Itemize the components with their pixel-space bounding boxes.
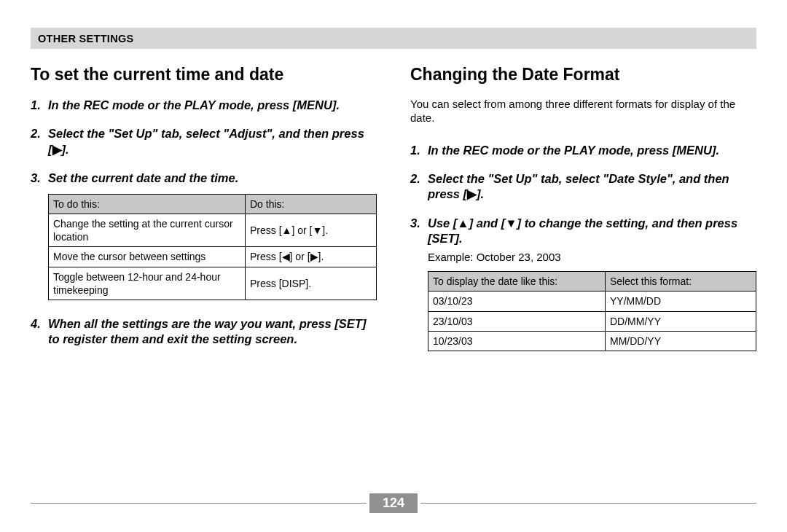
cell: 03/10/23 [428,292,606,311]
section-header-bar: OTHER SETTINGS [31,28,756,49]
manual-page: OTHER SETTINGS To set the current time a… [0,0,787,532]
text: Press [ [250,224,282,236]
table-row: Move the cursor between settings Press [… [49,247,377,267]
cell: 10/23/03 [428,331,606,351]
text: Set the current date and the time. [48,171,238,184]
text: ] and [ [469,216,506,230]
cell: Toggle between 12-hour and 24-hour timek… [49,267,246,300]
right-step-2: Select the "Set Up" tab, select "Date St… [410,171,756,203]
cell: Change the setting at the current cursor… [49,214,246,246]
right-arrow-icon: ▶ [52,143,62,156]
table-header: To display the date like this: [428,272,606,292]
text: ]. [62,143,69,156]
up-arrow-icon: ▲ [457,216,469,230]
right-column: Changing the Date Format You can select … [410,65,756,367]
page-number: 124 [369,493,418,513]
right-step-3: Use [▲] and [▼] to change the setting, a… [410,216,756,351]
table-row: 03/10/23 YY/MM/DD [428,292,756,311]
table-row: 23/10/03 DD/MM/YY [428,311,756,331]
left-step-4: When all the settings are the way you wa… [31,316,377,348]
date-format-table: To display the date like this: Select th… [428,271,756,351]
cell: MM/DD/YY [606,331,756,351]
two-column-layout: To set the current time and date In the … [31,65,756,367]
cell: YY/MM/DD [606,292,756,311]
text: ]. [318,251,324,262]
left-arrow-icon: ◀ [282,251,290,262]
text: ] or [ [291,224,312,236]
table-header: Select this format: [606,272,756,292]
left-steps: In the REC mode or the PLAY mode, press … [31,98,377,348]
up-arrow-icon: ▲ [282,224,292,236]
down-arrow-icon: ▼ [312,224,322,236]
left-step-2: Select the "Set Up" tab, select "Adjust"… [31,126,377,157]
cell: 23/10/03 [428,311,606,331]
text: Use [ [428,216,457,230]
right-arrow-icon: ▶ [467,187,477,200]
left-column: To set the current time and date In the … [31,65,377,367]
right-heading: Changing the Date Format [410,65,756,85]
cell: Move the cursor between settings [49,247,246,267]
text: Press [ [250,251,282,262]
right-intro: You can select from among three differen… [410,98,756,125]
time-actions-table: To do this: Do this: Change the setting … [48,194,377,300]
down-arrow-icon: ▼ [505,216,517,230]
table-row: Toggle between 12-hour and 24-hour timek… [49,267,377,300]
cell: Press [◀] or [▶]. [246,247,377,267]
text: ]. [322,224,328,236]
right-arrow-icon: ▶ [310,251,318,262]
table-row: Change the setting at the current cursor… [49,214,377,246]
cell: Press [DISP]. [246,267,377,300]
left-step-3: Set the current date and the time. To do… [31,171,377,300]
page-footer: 124 [31,493,756,513]
footer-rule-right [420,503,756,504]
example-text: Example: October 23, 2003 [428,250,756,265]
cell: DD/MM/YY [606,311,756,331]
left-step-1: In the REC mode or the PLAY mode, press … [31,98,377,113]
right-steps: In the REC mode or the PLAY mode, press … [410,143,756,351]
text: ]. [477,187,484,200]
table-header: Do this: [246,194,377,214]
footer-rule-left [31,503,367,504]
text: Select the "Set Up" tab, select "Adjust"… [48,127,364,155]
text: ] or [ [290,251,310,262]
table-header: To do this: [49,194,246,214]
section-title: OTHER SETTINGS [38,33,134,44]
table-row: 10/23/03 MM/DD/YY [428,331,756,351]
right-step-1: In the REC mode or the PLAY mode, press … [410,143,756,158]
left-heading: To set the current time and date [31,65,377,85]
footer-line: 124 [31,493,756,513]
cell: Press [▲] or [▼]. [246,214,377,246]
